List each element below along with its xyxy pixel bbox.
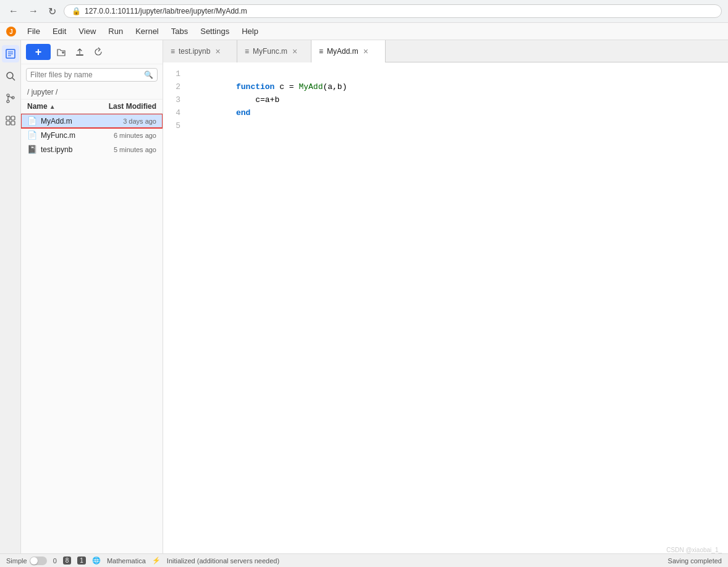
- menu-bar: J File Edit View Run Kernel Tabs Setting…: [0, 23, 728, 40]
- browser-toolbar: ← → ↻ 🔒 127.0.0.1:10111/jupyter/lab/tree…: [0, 0, 728, 22]
- kernel-label: Mathematica: [107, 557, 146, 565]
- status-right: Saving completed: [668, 557, 722, 565]
- tab-icon-myadd: ≡: [319, 47, 323, 56]
- code-editor[interactable]: 1 2 3 4 5 function c = MyAdd(a,b) c=a+b …: [163, 62, 728, 553]
- status-number: 0: [53, 557, 57, 565]
- file-list: 📄 MyAdd.m 3 days ago 📄 MyFunc.m 6 minute…: [21, 114, 163, 553]
- column-name-header[interactable]: Name ▲: [27, 102, 95, 111]
- menu-tabs[interactable]: Tabs: [166, 25, 193, 38]
- app-logo: J: [5, 25, 17, 38]
- forward-button[interactable]: →: [26, 4, 41, 18]
- new-file-button[interactable]: +: [26, 44, 51, 60]
- sort-arrow-icon: ▲: [49, 103, 56, 110]
- app-body: + 🔍 / jupyter / Name ▲ Last Modified: [0, 40, 728, 553]
- refresh-button[interactable]: ↻: [46, 4, 59, 19]
- menu-help[interactable]: Help: [237, 25, 263, 38]
- icon-sidebar: [0, 40, 21, 553]
- column-modified-header[interactable]: Last Modified: [95, 102, 156, 111]
- menu-run[interactable]: Run: [103, 25, 128, 38]
- file-icon-myadd: 📄: [27, 116, 37, 126]
- file-modified-myadd: 3 days ago: [95, 117, 156, 125]
- tab-test-ipynb[interactable]: ≡ test.ipynb ×: [163, 40, 237, 62]
- file-panel: + 🔍 / jupyter / Name ▲ Last Modified: [21, 40, 163, 553]
- svg-rect-14: [11, 116, 15, 120]
- refresh-files-button[interactable]: [90, 44, 106, 60]
- menu-kernel[interactable]: Kernel: [130, 25, 164, 38]
- file-modified-testipynb: 5 minutes ago: [95, 146, 156, 153]
- tab-bar: ≡ test.ipynb × ≡ MyFunc.m × ≡ MyAdd.m ×: [163, 40, 728, 62]
- file-list-header[interactable]: Name ▲ Last Modified: [21, 100, 163, 114]
- sidebar-extensions-btn[interactable]: [2, 112, 19, 129]
- mode-toggle[interactable]: Simple: [6, 556, 47, 565]
- file-name-myfunc: MyFunc.m: [41, 131, 95, 140]
- code-content: function c = MyAdd(a,b) c=a+b end: [188, 67, 728, 548]
- menu-settings[interactable]: Settings: [195, 25, 234, 38]
- watermark: CSDN @xiaobai_1_: [666, 547, 722, 553]
- server-status: Initialized (additional servers needed): [167, 557, 279, 565]
- breadcrumb: / jupyter /: [21, 85, 163, 100]
- status-left: Simple 0 8 1 🌐 Mathematica ⚡ Initialized…: [6, 556, 661, 565]
- file-search-box[interactable]: 🔍: [26, 68, 158, 82]
- svg-point-9: [7, 100, 9, 103]
- search-icon: 🔍: [144, 70, 153, 79]
- file-toolbar: +: [21, 40, 163, 64]
- line-numbers: 1 2 3 4 5: [163, 67, 188, 548]
- svg-rect-13: [6, 116, 10, 120]
- lock-icon: 🔒: [72, 7, 81, 15]
- server-icon: ⚡: [152, 556, 161, 565]
- status-badge-1: 8: [63, 556, 72, 565]
- file-name-testipynb: test.ipynb: [41, 145, 95, 154]
- file-modified-myfunc: 6 minutes ago: [95, 132, 156, 139]
- code-line-1: function c = MyAdd(a,b): [188, 67, 728, 80]
- svg-point-8: [7, 94, 9, 96]
- file-item-testipynb[interactable]: 📓 test.ipynb 5 minutes ago: [21, 142, 163, 156]
- file-item-myadd[interactable]: 📄 MyAdd.m 3 days ago: [21, 114, 163, 128]
- file-item-myfunc[interactable]: 📄 MyFunc.m 6 minutes ago: [21, 128, 163, 142]
- tab-label-myadd: MyAdd.m: [327, 47, 358, 56]
- menu-view[interactable]: View: [74, 25, 101, 38]
- file-name-myadd: MyAdd.m: [41, 117, 95, 126]
- status-badge-2: 1: [77, 556, 86, 565]
- menu-edit[interactable]: Edit: [48, 25, 71, 38]
- svg-text:J: J: [9, 28, 13, 35]
- menu-file[interactable]: File: [22, 25, 45, 38]
- tab-close-test-ipynb[interactable]: ×: [214, 46, 221, 56]
- mode-label: Simple: [6, 557, 27, 565]
- svg-rect-15: [6, 121, 10, 125]
- tab-icon-myfunc: ≡: [245, 47, 249, 56]
- tab-myfunc[interactable]: ≡ MyFunc.m ×: [237, 40, 311, 62]
- svg-rect-16: [11, 121, 15, 125]
- tab-close-myfunc[interactable]: ×: [291, 46, 298, 56]
- tab-label-test-ipynb: test.ipynb: [179, 47, 210, 56]
- upload-folder-button[interactable]: [53, 44, 69, 60]
- globe-icon: 🌐: [92, 556, 101, 565]
- back-button[interactable]: ←: [6, 4, 21, 18]
- svg-line-7: [12, 78, 15, 80]
- url-text: 127.0.0.1:10111/jupyter/lab/tree/jupyter…: [85, 7, 247, 15]
- editor-area: ≡ test.ipynb × ≡ MyFunc.m × ≡ MyAdd.m × …: [163, 40, 728, 553]
- function-name: MyAdd: [298, 82, 323, 92]
- tab-myadd[interactable]: ≡ MyAdd.m ×: [311, 40, 386, 62]
- keyword-end: end: [236, 108, 250, 117]
- file-icon-testipynb: 📓: [27, 145, 37, 154]
- tab-icon-test-ipynb: ≡: [171, 47, 175, 56]
- file-icon-myfunc: 📄: [27, 130, 37, 140]
- sidebar-files-btn[interactable]: [2, 45, 19, 62]
- sidebar-search-btn[interactable]: [2, 67, 19, 85]
- address-bar[interactable]: 🔒 127.0.0.1:10111/jupyter/lab/tree/jupyt…: [64, 4, 722, 18]
- keyword-function: function: [236, 82, 274, 92]
- code-line-5: [188, 119, 728, 132]
- svg-point-6: [7, 72, 13, 79]
- tab-close-myadd[interactable]: ×: [362, 46, 370, 56]
- search-input[interactable]: [30, 70, 144, 79]
- code-line-4: [188, 106, 728, 119]
- upload-button[interactable]: [72, 44, 88, 60]
- status-bar: Simple 0 8 1 🌐 Mathematica ⚡ Initialized…: [0, 553, 728, 567]
- save-status: Saving completed: [668, 557, 722, 565]
- sidebar-git-btn[interactable]: [2, 90, 19, 107]
- tab-label-myfunc: MyFunc.m: [253, 47, 287, 56]
- svg-rect-19: [76, 54, 83, 56]
- browser-chrome: ← → ↻ 🔒 127.0.0.1:10111/jupyter/lab/tree…: [0, 0, 728, 23]
